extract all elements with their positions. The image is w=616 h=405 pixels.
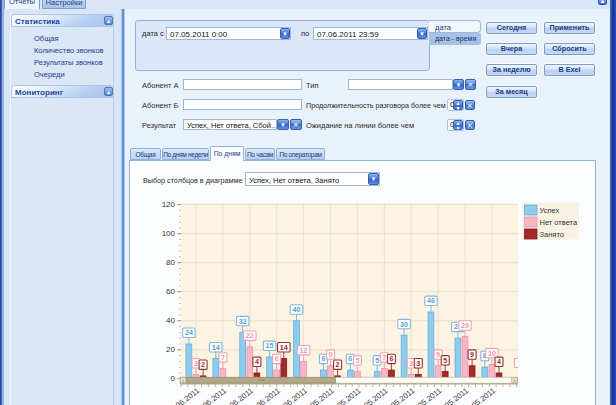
svg-text:3: 3 xyxy=(409,359,413,368)
svg-text:3: 3 xyxy=(416,359,420,368)
svg-text:40: 40 xyxy=(293,305,301,314)
svg-text:6: 6 xyxy=(275,354,279,363)
svg-text:Успех: Успех xyxy=(540,206,560,215)
svg-text:29: 29 xyxy=(461,321,469,330)
svg-text:9: 9 xyxy=(329,350,333,359)
svg-text:6: 6 xyxy=(389,354,393,363)
svg-text:14: 14 xyxy=(280,343,288,352)
svg-text:10: 10 xyxy=(488,349,496,358)
svg-text:22: 22 xyxy=(246,331,254,340)
svg-text:32: 32 xyxy=(239,317,247,326)
svg-text:4: 4 xyxy=(255,357,259,366)
svg-text:12: 12 xyxy=(300,346,308,355)
svg-text:60: 60 xyxy=(166,287,175,296)
svg-text:9: 9 xyxy=(470,350,474,359)
svg-text:9: 9 xyxy=(436,350,440,359)
svg-text:7: 7 xyxy=(382,353,386,362)
svg-text:120: 120 xyxy=(162,200,176,209)
svg-text:0: 0 xyxy=(171,374,176,383)
svg-text:20: 20 xyxy=(166,345,175,354)
svg-text:100: 100 xyxy=(162,229,176,238)
svg-text:05.06.2011: 05.06.2011 xyxy=(165,386,201,405)
svg-text:5: 5 xyxy=(355,356,359,365)
svg-text:15: 15 xyxy=(266,341,274,350)
svg-text:40: 40 xyxy=(166,316,175,325)
svg-text:24: 24 xyxy=(185,328,193,337)
svg-text:5: 5 xyxy=(375,356,379,365)
svg-text:5: 5 xyxy=(443,356,447,365)
svg-text:Занято: Занято xyxy=(540,230,564,239)
svg-text:30: 30 xyxy=(400,320,408,329)
svg-text:14: 14 xyxy=(212,343,220,352)
svg-text:Нет ответа: Нет ответа xyxy=(540,218,578,227)
svg-text:4: 4 xyxy=(497,357,501,366)
svg-text:2: 2 xyxy=(201,360,205,369)
svg-text:6: 6 xyxy=(348,354,352,363)
svg-text:7: 7 xyxy=(221,353,225,362)
svg-text:46: 46 xyxy=(427,296,435,305)
svg-text:80: 80 xyxy=(166,258,175,267)
svg-text:2: 2 xyxy=(336,360,340,369)
svg-text:6: 6 xyxy=(321,354,325,363)
svg-text:3: 3 xyxy=(194,359,198,368)
